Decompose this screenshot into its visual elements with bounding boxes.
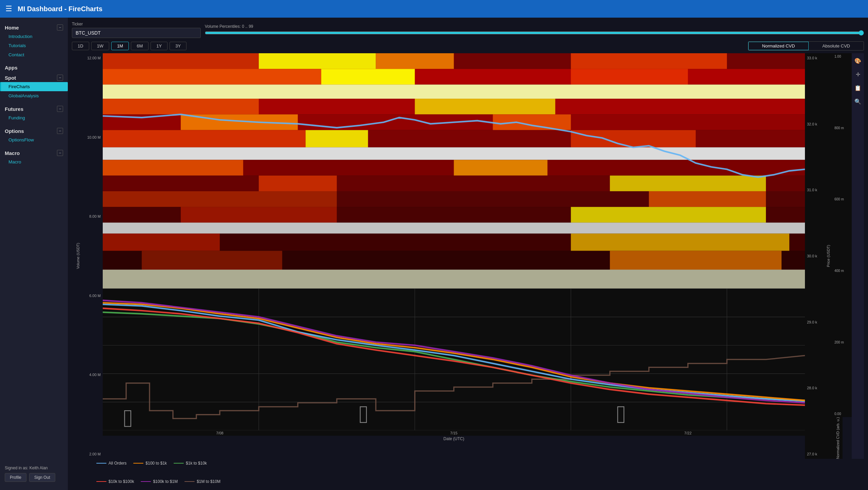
y-axis-left: 12.00 M 10.00 M 8.00 M 6.00 M 4.00 M 2.0… bbox=[84, 53, 103, 459]
cvd-axis-title: Normalized CVD (arb. u.) bbox=[836, 417, 840, 459]
svg-rect-41 bbox=[610, 251, 782, 270]
sidebar-item-macro[interactable]: Macro bbox=[0, 157, 68, 166]
macro-section-title: Macro bbox=[5, 150, 20, 156]
time-btn-6m[interactable]: 6M bbox=[131, 42, 149, 50]
x-tick-708: 7/08 bbox=[216, 431, 223, 435]
svg-rect-24 bbox=[103, 160, 243, 175]
svg-rect-19 bbox=[103, 130, 305, 148]
sidebar-item-contact[interactable]: Contact bbox=[0, 50, 68, 59]
svg-rect-3 bbox=[259, 53, 376, 69]
price-tick-27k: 27.0 k bbox=[807, 452, 817, 456]
date-label: Date (UTC) bbox=[103, 436, 805, 442]
svg-rect-35 bbox=[103, 222, 805, 233]
svg-rect-28 bbox=[610, 176, 766, 191]
zoom-icon[interactable]: 🔍 bbox=[853, 97, 863, 106]
sidebar-item-tutorials[interactable]: Tutorials bbox=[0, 41, 68, 50]
y-tick-1000m: 10.00 M bbox=[87, 135, 101, 139]
cvd-axis-title-container: Normalized CVD (arb. u.) bbox=[833, 417, 843, 459]
svg-rect-38 bbox=[571, 234, 789, 251]
ticker-label: Ticker bbox=[72, 22, 201, 26]
futures-collapse-btn[interactable]: − bbox=[57, 106, 63, 112]
profile-button[interactable]: Profile bbox=[5, 473, 26, 482]
signout-button[interactable]: Sign Out bbox=[29, 473, 55, 482]
ticker-input[interactable] bbox=[72, 28, 201, 38]
right-panel: 1.00 800 m 600 m 400 m 200 m 0.00 Normal… bbox=[833, 53, 852, 459]
legend-100k-1m: $100k to $1M bbox=[141, 479, 178, 484]
svg-rect-22 bbox=[103, 147, 805, 160]
legend-label-all-orders: All Orders bbox=[108, 461, 126, 466]
price-axis-title: Price (USDT) bbox=[826, 245, 830, 267]
clipboard-icon[interactable]: 📋 bbox=[853, 83, 863, 93]
apps-section-header: Apps bbox=[0, 62, 68, 72]
signed-in-label: Signed in as: Keith Alan bbox=[5, 466, 63, 470]
svg-rect-7 bbox=[103, 69, 321, 84]
home-section-title: Home bbox=[5, 25, 19, 31]
color-palette-icon[interactable]: 🎨 bbox=[853, 56, 863, 65]
legend-label-10k-100k: $10k to $100k bbox=[108, 479, 134, 484]
svg-rect-8 bbox=[321, 69, 415, 84]
ticker-group: Ticker bbox=[72, 22, 201, 38]
home-collapse-btn[interactable]: − bbox=[57, 24, 63, 31]
sidebar-item-globalanalysis[interactable]: GlobalAnalysis bbox=[0, 91, 68, 100]
svg-rect-14 bbox=[415, 99, 555, 114]
legend-label-100-1k: $100 to $1k bbox=[145, 461, 167, 466]
svg-rect-37 bbox=[103, 234, 220, 251]
apps-section-title: Apps bbox=[5, 65, 18, 71]
cvd-tick-600m: 600 m bbox=[834, 197, 852, 201]
y-axis-left-title-container: Volume (USDT) bbox=[72, 53, 84, 459]
sidebar-item-optionsflow[interactable]: OptionsFlow bbox=[0, 135, 68, 144]
footer-buttons: Profile Sign Out bbox=[5, 473, 63, 482]
time-btn-1y[interactable]: 1Y bbox=[151, 42, 167, 50]
time-btn-1m[interactable]: 1M bbox=[111, 42, 129, 50]
svg-rect-30 bbox=[103, 191, 337, 207]
legend-label-100k-1m: $100k to $1M bbox=[153, 479, 178, 484]
legend-line-100-1k bbox=[133, 463, 143, 464]
hamburger-icon[interactable]: ☰ bbox=[5, 4, 12, 13]
time-btn-1w[interactable]: 1W bbox=[91, 42, 110, 50]
svg-rect-20 bbox=[305, 130, 368, 148]
svg-rect-5 bbox=[571, 53, 727, 69]
sidebar: Home − Introduction Tutorials Contact Ap… bbox=[0, 18, 68, 490]
time-btn-1d[interactable]: 1D bbox=[72, 42, 89, 50]
x-tick-722: 7/22 bbox=[684, 431, 691, 435]
price-tick-29k: 29.0 k bbox=[807, 320, 817, 324]
svg-rect-17 bbox=[493, 114, 571, 130]
cvd-y-axis: 1.00 800 m 600 m 400 m 200 m 0.00 bbox=[833, 53, 852, 417]
crosshair-icon[interactable]: ✛ bbox=[853, 70, 863, 79]
legend-line-1k-10k bbox=[174, 463, 184, 464]
cvd-tick-1: 1.00 bbox=[834, 55, 852, 58]
y-tick-200m: 2.00 M bbox=[89, 452, 101, 456]
y-tick-600m: 6.00 M bbox=[89, 294, 101, 298]
legend-all-orders: All Orders bbox=[96, 461, 126, 466]
sidebar-item-funding[interactable]: Funding bbox=[0, 113, 68, 122]
sidebar-item-firecharts[interactable]: FireCharts bbox=[0, 82, 68, 91]
cvd-normalized-btn[interactable]: Normalized CVD bbox=[748, 42, 809, 50]
price-tick-32k: 32.0 k bbox=[807, 122, 817, 126]
sidebar-right: 🎨 ✛ 📋 🔍 bbox=[852, 53, 864, 459]
x-tick-715: 7/15 bbox=[450, 431, 457, 435]
price-tick-33k: 33.0 k bbox=[807, 56, 817, 60]
sidebar-item-introduction[interactable]: Introduction bbox=[0, 32, 68, 41]
options-section-header: Options − bbox=[0, 125, 68, 135]
legend-line-100k-1m bbox=[141, 481, 151, 482]
svg-rect-33 bbox=[181, 207, 337, 222]
svg-rect-34 bbox=[571, 207, 766, 222]
volume-slider[interactable] bbox=[205, 30, 864, 36]
y-axis-left-title: Volume (USDT) bbox=[76, 243, 80, 269]
macro-section-header: Macro − bbox=[0, 147, 68, 157]
volume-label: Volume Percentiles: 0 .. 99 bbox=[205, 24, 864, 29]
spot-section-title: Spot bbox=[5, 75, 16, 81]
macro-collapse-btn[interactable]: − bbox=[57, 150, 63, 156]
svg-rect-31 bbox=[649, 191, 766, 207]
svg-rect-21 bbox=[571, 130, 696, 148]
legend-100-1k: $100 to $1k bbox=[133, 461, 167, 466]
price-tick-28k: 28.0 k bbox=[807, 386, 817, 390]
cvd-tick-400m: 400 m bbox=[834, 269, 852, 273]
y-tick-1200m: 12.00 M bbox=[87, 56, 101, 60]
time-btn-3y[interactable]: 3Y bbox=[170, 42, 186, 50]
heatmap-svg bbox=[103, 53, 805, 289]
y-axis-right: 33.0 k 32.0 k 31.0 k 30.0 k 29.0 k 28.0 … bbox=[805, 53, 824, 459]
options-collapse-btn[interactable]: − bbox=[57, 128, 63, 134]
spot-collapse-btn[interactable]: − bbox=[57, 75, 63, 81]
cvd-absolute-btn[interactable]: Absolute CVD bbox=[809, 42, 864, 50]
